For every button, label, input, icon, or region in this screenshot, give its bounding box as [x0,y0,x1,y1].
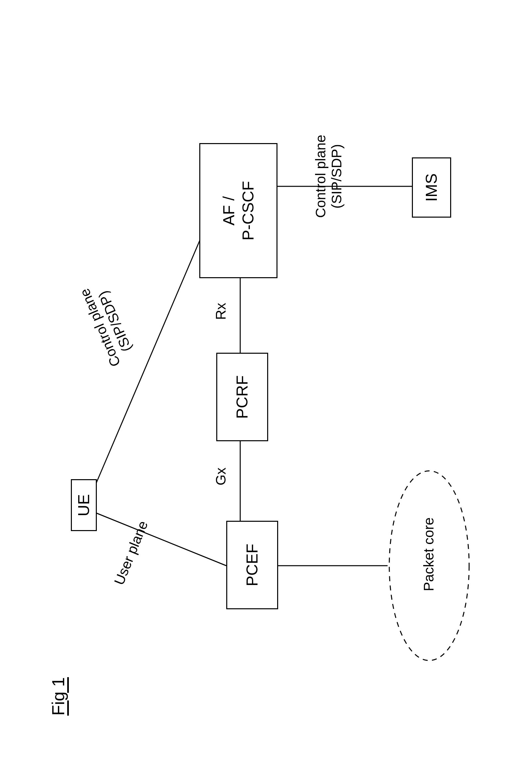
ims-label: IMS [422,173,441,202]
af-pcscf-node: AF / P-CSCF [199,143,277,278]
rx-edge-label: Rx [213,303,229,320]
svg-line-4 [95,512,226,566]
ims-node: IMS [412,157,451,218]
gx-edge-label: Gx [213,468,229,485]
pcef-node: PCEF [226,521,278,609]
pcrf-label: PCRF [233,375,252,419]
figure-label: Fig 1 [48,677,68,716]
pcrf-node: PCRF [216,353,268,441]
packet-core-label: Packet core [421,517,437,591]
af-pcscf-label: AF / P-CSCF [219,181,258,241]
ue-pcef-edge-label: User plane [111,518,151,587]
pcef-label: PCEF [243,544,262,586]
ue-af-edge-label: Control plane (SIP/SDP) [77,280,139,369]
ue-label: UE [74,494,93,516]
ue-node: UE [71,479,97,531]
af-ims-edge-label: Control plane (SIP/SDP) [313,135,345,218]
